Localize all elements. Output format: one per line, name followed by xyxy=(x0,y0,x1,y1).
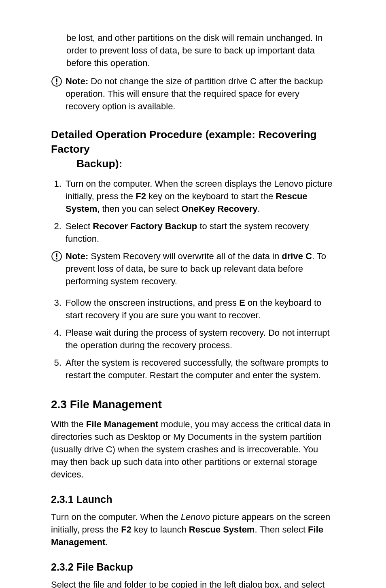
bold-fragment: drive C xyxy=(282,251,312,261)
heading-2-3-2: 2.3.2 File Backup xyxy=(51,560,335,573)
note-text: Note: System Recovery will overwrite all… xyxy=(66,250,335,288)
svg-rect-1 xyxy=(56,79,57,83)
svg-rect-4 xyxy=(56,254,57,258)
bold-fragment: File Management xyxy=(86,419,158,429)
heading-line2: Backup): xyxy=(51,156,335,171)
svg-rect-5 xyxy=(56,258,57,259)
svg-rect-2 xyxy=(56,83,57,84)
step-4: Please wait during the process of system… xyxy=(64,326,335,352)
text-fragment: . Then select xyxy=(255,524,308,535)
text-fragment: key on the keyboard to start the xyxy=(146,191,276,201)
note-label: Note: xyxy=(66,76,88,86)
note-body-text: Do not change the size of partition driv… xyxy=(66,76,323,111)
heading-detailed-operation: Detailed Operation Procedure (example: R… xyxy=(51,127,335,171)
attention-icon xyxy=(51,76,62,87)
text-fragment: , then you can select xyxy=(97,204,181,214)
bold-fragment: Rescue System xyxy=(189,524,255,535)
step-5: After the system is recovered successful… xyxy=(64,356,335,381)
ordered-steps-top: Turn on the computer. When the screen di… xyxy=(51,177,335,245)
bold-fragment: E xyxy=(239,298,245,308)
bold-fragment: Recover Factory Backup xyxy=(93,221,197,231)
ordered-steps-bottom: Follow the onscreen instructions, and pr… xyxy=(51,296,335,381)
step-2: Select Recover Factory Backup to start t… xyxy=(64,220,335,245)
continuation-paragraph: be lost, and other partitions on the dis… xyxy=(66,32,335,69)
page: be lost, and other partitions on the dis… xyxy=(0,0,386,588)
bold-fragment: F2 xyxy=(121,524,131,535)
italic-fragment: Lenovo xyxy=(181,512,210,522)
heading-line1: Detailed Operation Procedure (example: R… xyxy=(51,128,317,155)
text-fragment: Follow the onscreen instructions, and pr… xyxy=(66,298,239,308)
note-block-2: Note: System Recovery will overwrite all… xyxy=(51,250,335,288)
step-1: Turn on the computer. When the screen di… xyxy=(64,177,335,215)
heading-2-3: 2.3 File Management xyxy=(51,398,335,411)
attention-icon xyxy=(51,251,62,262)
note-block-1: Note: Do not change the size of partitio… xyxy=(51,75,335,113)
text-fragment: . xyxy=(258,204,260,214)
paragraph-file-management: With the File Management module, you may… xyxy=(51,418,335,481)
text-fragment: System Recovery will overwrite all of th… xyxy=(88,251,282,261)
bold-fragment: OneKey Recovery xyxy=(181,204,257,214)
paragraph-file-backup: Select the file and folder to be copied … xyxy=(51,578,335,588)
text-fragment: With the xyxy=(51,419,86,429)
note-text: Note: Do not change the size of partitio… xyxy=(66,75,335,113)
text-fragment: Turn on the computer. When the xyxy=(51,512,181,522)
note-label: Note: xyxy=(66,251,88,261)
bold-fragment: F2 xyxy=(136,191,146,201)
heading-2-3-1: 2.3.1 Launch xyxy=(51,493,335,506)
text-fragment: Select xyxy=(66,221,93,231)
step-3: Follow the onscreen instructions, and pr… xyxy=(64,296,335,322)
text-fragment: . xyxy=(105,537,108,547)
text-fragment: key to launch xyxy=(131,524,189,535)
paragraph-launch: Turn on the computer. When the Lenovo pi… xyxy=(51,511,335,548)
